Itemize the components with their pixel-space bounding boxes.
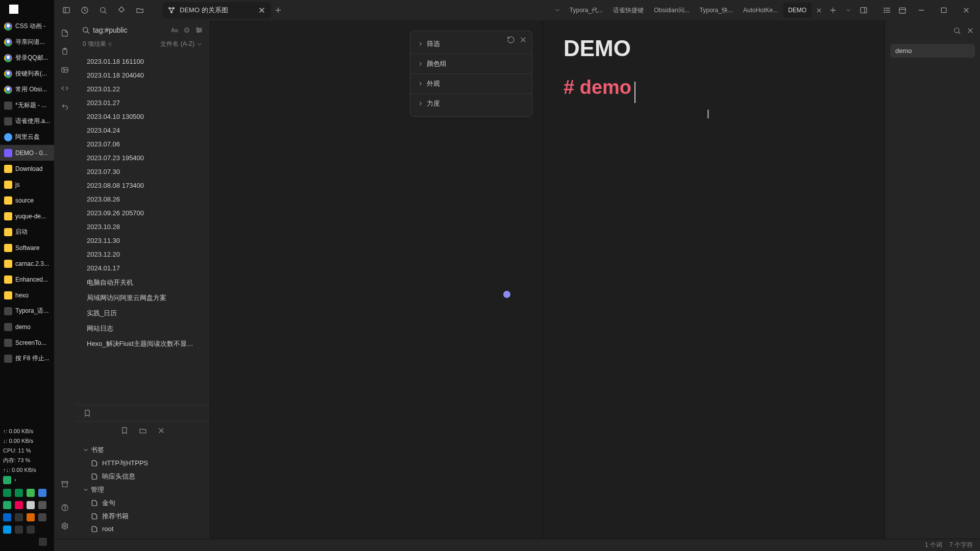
graph-tab[interactable]: DEMO 的关系图 xyxy=(162,2,271,18)
taskbar-item[interactable]: 启动 xyxy=(0,224,54,240)
search-input[interactable]: tag:#public xyxy=(82,26,167,34)
file-item[interactable]: 2023.01.22 xyxy=(76,82,210,96)
help-icon[interactable] xyxy=(57,500,72,515)
close-icon[interactable] xyxy=(157,426,166,435)
taskbar-item[interactable]: Typora_语... xyxy=(0,303,54,319)
window-maximize-button[interactable] xyxy=(933,0,954,20)
taskbar-item[interactable]: yuque-de... xyxy=(0,208,54,224)
tab-doc[interactable]: 语雀快捷键 xyxy=(608,6,649,15)
window-minimize-button[interactable] xyxy=(911,0,932,20)
folder-icon[interactable] xyxy=(133,3,147,17)
taskbar-item[interactable]: 阿里云盘 xyxy=(0,129,54,145)
bookmark-group[interactable]: 管理 xyxy=(76,483,210,496)
clear-search-button[interactable] xyxy=(182,26,191,35)
taskbar-item[interactable]: 语雀使用.a... xyxy=(0,113,54,129)
history-icon[interactable] xyxy=(78,3,92,17)
graph-panel-row[interactable]: 力度 xyxy=(410,94,532,113)
file-item[interactable]: 2023.08.26 xyxy=(76,192,210,206)
bookmark-group[interactable]: 书签 xyxy=(76,443,210,457)
close-icon[interactable] xyxy=(519,35,528,44)
file-item[interactable]: 2023.08.08 173400 xyxy=(76,179,210,192)
sidebar-right-icon[interactable] xyxy=(856,3,871,17)
clipboard-icon[interactable] xyxy=(57,44,72,59)
tab-doc[interactable]: Typora_代... xyxy=(565,6,608,15)
file-item[interactable]: Hexo_解决Fluid主题阅读次数不显示问题 xyxy=(76,336,210,352)
file-icon[interactable] xyxy=(57,26,72,41)
taskbar-item[interactable]: Software xyxy=(0,240,54,256)
close-icon[interactable] xyxy=(812,3,826,17)
tab-doc[interactable]: Typora_快... xyxy=(695,6,738,15)
sidebar-toggle-icon[interactable] xyxy=(59,3,74,17)
code-icon[interactable] xyxy=(57,81,72,96)
bookmark-add-icon[interactable] xyxy=(120,426,129,435)
search-icon[interactable] xyxy=(952,26,962,35)
settings-icon[interactable] xyxy=(194,26,204,35)
file-item[interactable]: 2023.01.18 161100 xyxy=(76,55,210,68)
list-icon[interactable] xyxy=(880,3,894,17)
tag-icon[interactable] xyxy=(114,3,129,17)
taskbar-item[interactable]: carnac.2.3... xyxy=(0,256,54,271)
reset-icon[interactable] xyxy=(506,35,516,44)
folder-icon[interactable] xyxy=(138,426,148,435)
taskbar-item[interactable]: ScreenTo... xyxy=(0,335,54,350)
heading-tag[interactable]: # demo xyxy=(564,77,631,98)
bookmark-item[interactable]: root xyxy=(76,523,210,535)
taskbar-item[interactable]: js xyxy=(0,177,54,192)
tab-doc[interactable]: Obsidian问... xyxy=(649,6,694,15)
file-item[interactable]: 2023.10.28 xyxy=(76,220,210,234)
file-item[interactable]: 网站日志 xyxy=(76,321,210,336)
taskbar-item[interactable]: 寻亲问道... xyxy=(0,34,54,50)
graph-view[interactable]: 筛选颜色组外观力度 xyxy=(210,20,543,539)
bookmark-item[interactable]: 响应头信息 xyxy=(76,470,210,483)
file-item[interactable]: 2023.11.30 xyxy=(76,234,210,247)
file-item[interactable]: 2023.04.24 xyxy=(76,123,210,137)
taskbar-item[interactable]: CSS 动画 - xyxy=(0,18,54,34)
file-item[interactable]: 电脑自动开关机 xyxy=(76,275,210,290)
file-item[interactable]: 2023.07.06 xyxy=(76,137,210,151)
file-item[interactable]: 2023.01.18 204040 xyxy=(76,68,210,82)
note-title[interactable]: DEMO xyxy=(564,36,864,61)
bookmark-item[interactable]: 推荐书籍 xyxy=(76,510,210,523)
taskbar-item[interactable]: Download xyxy=(0,161,54,177)
taskbar-item[interactable]: 按键列表(... xyxy=(0,66,54,82)
new-tab-button[interactable] xyxy=(826,3,840,17)
file-item[interactable]: 2023.12.20 xyxy=(76,247,210,261)
calendar-icon[interactable] xyxy=(895,3,910,17)
taskbar-item[interactable]: 常用 Obsi... xyxy=(0,82,54,97)
new-tab-button[interactable] xyxy=(271,3,285,17)
file-item[interactable]: 2023.07.30 xyxy=(76,165,210,179)
window-close-button[interactable] xyxy=(955,0,977,20)
undo-icon[interactable] xyxy=(57,99,72,114)
taskbar-item[interactable]: DEMO - 0... xyxy=(0,145,54,161)
outline-item[interactable]: demo xyxy=(890,44,975,58)
file-item[interactable]: 2023.01.27 xyxy=(76,96,210,110)
close-icon[interactable] xyxy=(258,6,266,14)
chevron-down-icon[interactable] xyxy=(550,3,565,17)
taskbar-item[interactable]: hexo xyxy=(0,287,54,303)
image-icon[interactable] xyxy=(57,62,72,78)
sort-dropdown[interactable]: 文件名 (A-Z) xyxy=(160,40,203,48)
file-item[interactable]: 2023.09.26 205700 xyxy=(76,206,210,220)
tab-doc[interactable]: DEMO xyxy=(783,3,812,18)
taskbar-item[interactable]: 登录QQ邮... xyxy=(0,50,54,66)
taskbar-item[interactable]: 按 F8 停止... xyxy=(0,350,54,366)
taskbar-item[interactable]: source xyxy=(0,192,54,208)
match-case-icon[interactable]: Aa xyxy=(170,26,179,35)
bookmark-item[interactable]: 金句 xyxy=(76,496,210,510)
bookmark-item[interactable]: HTTP与HTPPS xyxy=(76,457,210,470)
editor-pane[interactable]: DEMO # demo I xyxy=(543,20,885,539)
search-icon[interactable] xyxy=(96,3,110,17)
taskbar-item[interactable]: demo xyxy=(0,319,54,335)
gear-icon[interactable] xyxy=(57,518,72,534)
graph-panel-row[interactable]: 颜色组 xyxy=(410,54,532,74)
graph-panel-row[interactable]: 外观 xyxy=(410,74,532,94)
chevron-down-icon[interactable] xyxy=(841,3,855,17)
archive-icon[interactable] xyxy=(57,477,72,492)
file-item[interactable]: 实践_日历 xyxy=(76,306,210,321)
taskbar-item[interactable]: Enhanced... xyxy=(0,271,54,287)
close-icon[interactable] xyxy=(966,26,975,35)
bookmark-icon[interactable] xyxy=(83,409,92,418)
file-item[interactable]: 2024.01.17 xyxy=(76,261,210,275)
file-item[interactable]: 局域网访问阿里云网盘方案 xyxy=(76,290,210,306)
graph-node[interactable] xyxy=(503,291,510,298)
